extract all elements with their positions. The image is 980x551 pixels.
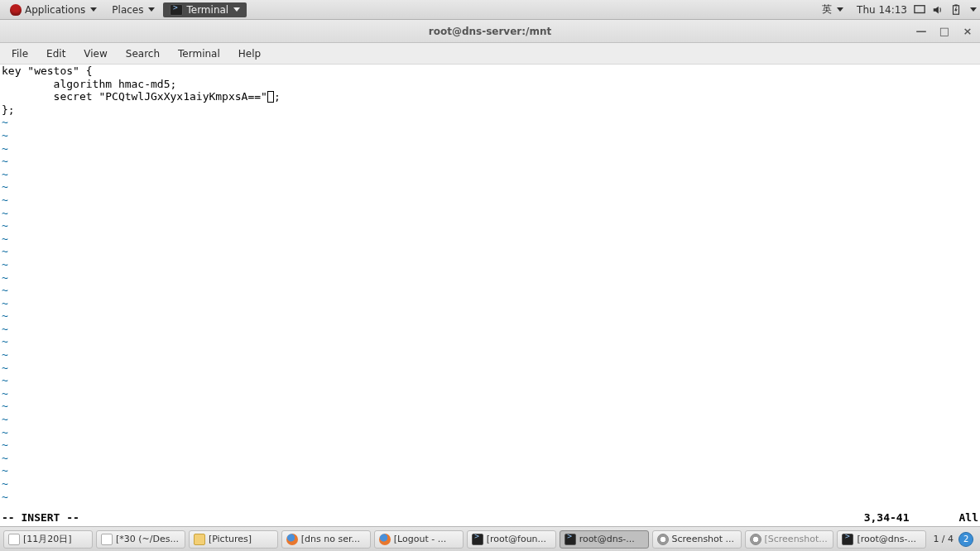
taskbar-button-label: [root@foun... — [487, 534, 546, 544]
window-controls: — □ × — [914, 24, 975, 39]
taskbar-button[interactable]: [Pictures] — [189, 530, 278, 549]
vim-tilde: ~ — [2, 452, 8, 464]
term-icon — [564, 534, 576, 545]
empty-line: ~ — [2, 426, 978, 439]
vim-tilde: ~ — [2, 297, 8, 309]
taskbar-button[interactable]: [Screenshot... — [745, 530, 834, 549]
input-method-indicator[interactable]: 英 — [815, 1, 850, 18]
text-icon — [8, 534, 20, 545]
text-cursor — [267, 91, 274, 103]
ff-icon — [379, 534, 391, 545]
svg-rect-0 — [915, 5, 925, 12]
vim-mode: -- INSERT -- — [2, 511, 79, 525]
system-menu-chevron-icon[interactable] — [970, 7, 977, 12]
terminal-icon — [170, 4, 183, 16]
empty-line: ~ — [2, 155, 978, 168]
text-icon — [101, 534, 113, 545]
menu-terminal[interactable]: Terminal — [170, 46, 228, 62]
empty-line: ~ — [2, 323, 978, 336]
vim-tilde: ~ — [2, 142, 8, 155]
empty-line: ~ — [2, 374, 978, 387]
chevron-down-icon — [148, 7, 155, 12]
taskbar-button-label: root@dns-... — [579, 534, 635, 544]
window-title: root@dns-server:/mnt — [429, 26, 551, 37]
vim-tilde: ~ — [2, 232, 8, 245]
empty-line: ~ — [2, 207, 978, 220]
vim-status-line: -- INSERT -- 3,34-41 All — [2, 511, 978, 525]
taskbar-button-label: [Pictures] — [209, 534, 252, 544]
menu-file[interactable]: File — [3, 46, 36, 62]
empty-line: ~ — [2, 335, 978, 348]
window-titlebar[interactable]: root@dns-server:/mnt — □ × — [0, 20, 980, 43]
vim-scroll-indicator: All — [959, 511, 978, 525]
empty-line: ~ — [2, 219, 978, 232]
places-menu[interactable]: Places — [105, 2, 161, 17]
vim-tilde: ~ — [2, 426, 8, 438]
maximize-button[interactable]: □ — [937, 24, 952, 39]
empty-line: ~ — [2, 400, 978, 413]
empty-line: ~ — [2, 180, 978, 194]
volume-icon[interactable] — [932, 4, 944, 16]
minimize-button[interactable]: — — [914, 24, 929, 39]
code-line: key "westos" { — [2, 65, 978, 78]
places-label: Places — [112, 4, 143, 16]
taskbar-button[interactable]: [11月20日] — [3, 530, 93, 549]
workspace-indicator: 1 / 4 2 — [930, 532, 977, 547]
taskbar-button[interactable]: [root@dns-... — [837, 530, 926, 549]
chevron-down-icon — [837, 7, 843, 12]
taskbar-button[interactable]: [*30 (~/Des... — [96, 530, 185, 549]
notification-badge[interactable]: 2 — [958, 532, 973, 547]
empty-line: ~ — [2, 142, 978, 156]
vim-tilde: ~ — [2, 400, 8, 412]
vim-tilde: ~ — [2, 348, 8, 361]
menu-view[interactable]: View — [75, 46, 115, 62]
taskbar-button[interactable]: [dns no ser... — [281, 530, 371, 549]
folder-icon — [194, 534, 205, 545]
menu-search[interactable]: Search — [118, 46, 168, 62]
menu-help[interactable]: Help — [230, 46, 269, 62]
empty-line: ~ — [2, 348, 978, 362]
taskbar-button[interactable]: [Logout - ... — [374, 530, 464, 549]
battery-icon[interactable] — [950, 4, 962, 16]
ime-label: 英 — [822, 2, 832, 17]
vim-tilde: ~ — [2, 284, 8, 296]
chevron-down-icon — [233, 7, 240, 12]
taskbar-button-label: [11月20日] — [23, 533, 72, 545]
empty-line: ~ — [2, 452, 978, 465]
lens-icon — [657, 534, 669, 545]
vim-tilde: ~ — [2, 207, 8, 219]
empty-line: ~ — [2, 168, 978, 181]
vim-tilde: ~ — [2, 194, 8, 206]
taskbar-button-label: [*30 (~/Des... — [116, 534, 179, 544]
terminal-content[interactable]: key "westos" { algorithm hmac-md5; secre… — [0, 65, 980, 526]
vim-tilde: ~ — [2, 335, 8, 347]
top-panel-left: Applications Places Terminal — [3, 2, 247, 17]
vim-tilde: ~ — [2, 477, 8, 490]
gnome-top-panel: Applications Places Terminal 英 Thu 14:13 — [0, 0, 980, 20]
screen-icon[interactable] — [914, 4, 925, 16]
empty-line: ~ — [2, 194, 978, 207]
chevron-down-icon — [90, 7, 97, 12]
vim-tilde: ~ — [2, 438, 8, 451]
vim-tilde: ~ — [2, 374, 8, 386]
applications-menu[interactable]: Applications — [3, 2, 103, 17]
workspace-text[interactable]: 1 / 4 — [933, 534, 954, 544]
vim-tilde: ~ — [2, 129, 8, 141]
term-icon — [472, 534, 483, 545]
taskbar-button[interactable]: Screenshot ... — [652, 530, 742, 549]
empty-line: ~ — [2, 438, 978, 452]
vim-tilde: ~ — [2, 271, 8, 284]
empty-line: ~ — [2, 284, 978, 297]
vim-tilde: ~ — [2, 387, 8, 400]
vim-tilde: ~ — [2, 323, 8, 335]
empty-line: ~ — [2, 362, 978, 375]
vim-tilde: ~ — [2, 155, 8, 167]
clock-label[interactable]: Thu 14:13 — [857, 4, 907, 16]
close-button[interactable]: × — [960, 24, 975, 39]
menu-edit[interactable]: Edit — [38, 46, 74, 62]
terminal-menu[interactable]: Terminal — [163, 2, 247, 17]
taskbar-button-label: [Screenshot... — [765, 534, 828, 544]
taskbar-button[interactable]: root@dns-... — [560, 530, 649, 549]
taskbar-button[interactable]: [root@foun... — [467, 530, 556, 549]
vim-tilde: ~ — [2, 180, 8, 193]
